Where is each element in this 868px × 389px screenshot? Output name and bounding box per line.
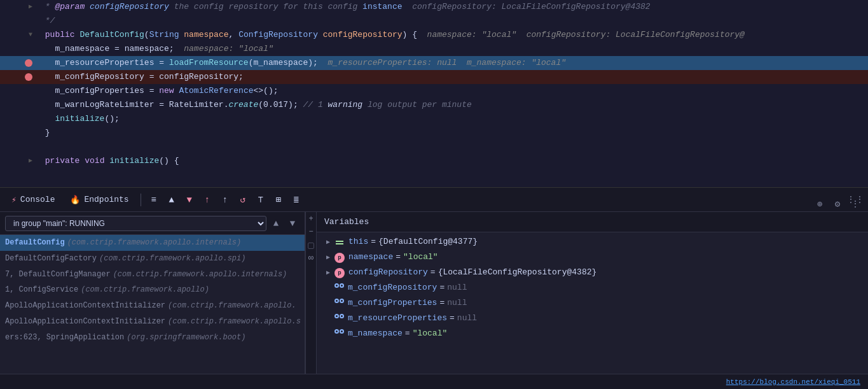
var-eq-m-namespace: = [405,329,410,338]
var-eq-this: = [371,237,376,246]
stack-item-name-7: ers:623, SpringApplication [5,332,124,343]
code-container: ▶ * @param configRepository the config r… [0,0,868,168]
var-name-configrepo: configRepository [348,267,428,277]
toolbar: ⚡ Console 🔥 Endpoints ≡ ▲ ▼ ↑ ↑ ↺ ⊤ ⊞ ≣ … [0,188,868,212]
tab-endpoints[interactable]: 🔥 Endpoints [64,192,135,208]
main-content: in group "main": RUNNING ▲ ▼ DefaultConf… [0,212,868,374]
stack-item-class-3: (com.ctrip.framework.apollo.internals) [113,269,287,280]
stack-item-4[interactable]: 1, ConfigService (com.ctrip.framework.ap… [0,282,305,298]
stack-item-1[interactable]: DefaultConfig (com.ctrip.framework.apoll… [0,235,305,251]
scroll-down-btn[interactable]: − [308,227,313,236]
top-right-icons: ⊕ ⚙ ⋮ [812,196,863,211]
var-item-m-configprops[interactable]: ▶ m_configProperties = null [317,296,868,311]
step-out-btn[interactable]: ↑ [217,192,233,208]
stack-item-name-5: ApolloApplicationContextInitializer [5,301,165,311]
settings-icon[interactable]: ⚙ [830,196,845,211]
endpoints-icon: 🔥 [70,195,80,205]
stack-item-name-6: ApolloApplicationContextInitializer [5,316,165,327]
code-content-1: * @param configRepository the config rep… [38,0,868,14]
format-btn[interactable]: ≡ [146,192,162,208]
var-icon-m-resourceprops [334,314,344,318]
gutter-12: ▶ [3,154,38,168]
var-val-m-configrepo: null [447,283,467,292]
breakpoint-icon-6[interactable] [25,73,32,81]
stack-item-class-5: (com.ctrip.framework.apollo. [168,301,296,311]
var-name-this: this [348,237,368,246]
stack-item-name-2: DefaultConfigFactory [5,253,97,264]
compact-btn[interactable]: ≣ [289,192,304,208]
endpoints-label: Endpoints [84,195,128,204]
stack-item-2[interactable]: DefaultConfigFactory (com.ctrip.framewor… [0,251,305,267]
fold-icon-12[interactable]: ▶ [29,154,32,168]
left-panel-toolbar: in group "main": RUNNING ▲ ▼ [0,212,305,235]
code-line-5: m_resourceProperties = loadFromResource(… [0,56,868,70]
var-icon-configrepo: p [334,268,345,278]
right-panel: Variables ▶ this = {DefaultConfig@4377} [317,212,868,374]
step-up-btn[interactable]: ▲ [164,192,179,208]
var-eq-m-configprops: = [439,298,444,308]
left-panel: in group "main": RUNNING ▲ ▼ DefaultConf… [0,212,305,374]
thread-select[interactable]: in group "main": RUNNING [5,216,266,231]
call-stack-list[interactable]: DefaultConfig (com.ctrip.framework.apoll… [0,235,305,374]
code-line-4: m_namespace = namespace; namespace: "loc… [0,42,868,56]
code-line-8: m_warnLogRateLimiter = RateLimiter.creat… [0,98,868,112]
stack-item-name-4: 1, ConfigService [5,285,78,295]
console-label: Console [20,195,55,204]
breakpoint-icon-5[interactable] [25,59,32,67]
code-line-9: initialize(); [0,112,868,126]
gutter-5 [3,59,38,67]
var-icon-m-configrepo [334,283,344,288]
globe-icon[interactable]: ⊕ [812,196,827,211]
table-btn[interactable]: ⊞ [271,192,286,208]
variables-list[interactable]: ▶ this = {DefaultConfig@4377} ▶ p [317,232,868,374]
var-icon-m-configprops [334,299,344,303]
scroll-up-btn[interactable]: + [308,215,313,223]
tab-console[interactable]: ⚡ Console [5,192,61,208]
var-item-m-namespace[interactable]: ▶ m_namespace = "local" [317,327,868,342]
code-content-4: m_namespace = namespace; namespace: "loc… [38,42,868,56]
var-eq-m-configrepo: = [439,283,444,292]
stack-item-name-1: DefaultConfig [5,237,65,248]
svg-rect-1 [336,243,343,244]
reset-btn[interactable]: ↺ [235,192,251,208]
stack-item-3[interactable]: 7, DefaultConfigManager (com.ctrip.frame… [0,267,305,283]
var-val-m-configprops: null [447,298,467,308]
stack-up-btn[interactable]: ▲ [269,216,283,230]
code-line-10: } [0,126,868,140]
code-line-11 [0,140,868,154]
var-item-m-configrepo[interactable]: ▶ m_configRepository = null [317,281,868,296]
status-url[interactable]: https://blog.csdn.net/xieqi_0511 [726,378,860,386]
fold-icon-1[interactable]: ▶ [29,0,32,14]
stack-item-5[interactable]: ApolloApplicationContextInitializer (com… [0,298,305,314]
stack-item-class-7: (org.springframework.boot) [127,332,245,343]
var-item-this[interactable]: ▶ this = {DefaultConfig@4377} [317,235,868,250]
var-val-m-resourceprops: null [457,313,477,323]
var-name-namespace: namespace [348,252,393,262]
var-name-m-resourceprops: m_resourceProperties [348,313,447,323]
copy-btn[interactable] [308,243,314,249]
var-item-m-resourceprops[interactable]: ▶ m_resourceProperties = null [317,311,868,327]
var-expand-namespace[interactable]: ▶ [322,253,334,261]
code-content-3: public DefaultConfig(String namespace, C… [38,28,868,42]
var-item-namespace[interactable]: ▶ p namespace = "local" [317,250,868,265]
link-btn[interactable]: ∞ [308,253,313,263]
stack-item-class-1: (com.ctrip.framework.apollo.internals) [67,237,242,248]
var-icon-namespace: p [334,253,345,263]
more-icon[interactable]: ⋮ [848,196,863,211]
code-line-1: ▶ * @param configRepository the config r… [0,0,868,14]
code-line-6: m_configRepository = configRepository; [0,70,868,84]
step-down-btn[interactable]: ▼ [182,192,197,208]
var-item-configrepo[interactable]: ▶ p configRepository = {LocalFileConfigR… [317,265,868,281]
restore-frames-btn[interactable]: ↑ [200,192,215,208]
var-expand-configrepo[interactable]: ▶ [322,269,334,276]
stack-item-6[interactable]: ApolloApplicationContextInitializer (com… [0,314,305,330]
variables-title: Variables [324,217,369,227]
stack-item-7[interactable]: ers:623, SpringApplication (org.springfr… [0,330,305,346]
fold-icon-3[interactable]: ▼ [29,28,32,42]
stack-down-btn[interactable]: ▼ [286,216,300,230]
var-expand-this[interactable]: ▶ [322,238,334,246]
gutter-1: ▶ [3,0,38,14]
var-val-namespace: "local" [403,252,438,262]
filter-btn[interactable]: ⊤ [253,192,268,208]
stack-item-name-3: 7, DefaultConfigManager [5,269,111,280]
